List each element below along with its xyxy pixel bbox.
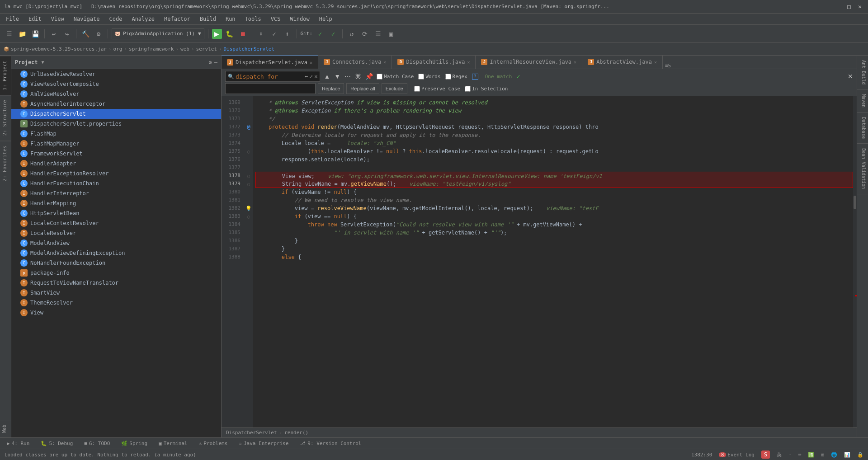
- breadcrumb-springframework[interactable]: springframework: [129, 46, 174, 52]
- toolbar-git-push[interactable]: ⬆: [282, 28, 293, 39]
- bottom-tab-problems[interactable]: ⚠ Problems: [194, 440, 232, 447]
- menu-file[interactable]: File: [2, 15, 23, 23]
- sidebar-item-handlerexceptionresolver[interactable]: I HandlerExceptionResolver: [11, 169, 221, 178]
- search-options-button[interactable]: ⋯: [343, 73, 352, 80]
- sidebar-item-modelandviewdefiningexception[interactable]: C ModelAndViewDefiningException: [11, 248, 221, 258]
- bottom-tab-spring[interactable]: 🌿 Spring: [117, 440, 152, 447]
- menu-tools[interactable]: Tools: [241, 15, 265, 23]
- sidebar-item-dispatcherservlet[interactable]: C DispatcherServlet: [11, 109, 221, 119]
- sidebar-item-urlbasedviewresolver[interactable]: C UrlBasedViewResolver: [11, 69, 221, 79]
- breadcrumb-web[interactable]: web: [180, 46, 189, 52]
- sidebar-item-viewresolvercomposite[interactable]: C ViewResolverComposite: [11, 79, 221, 89]
- right-tab-beanvalidation[interactable]: Bean Validation: [857, 144, 868, 194]
- sidebar-icon-settings[interactable]: ⚙: [209, 59, 212, 66]
- sidebar-item-modelandview[interactable]: C ModelAndView: [11, 238, 221, 248]
- sidebar-dropdown-icon[interactable]: ▼: [42, 60, 44, 65]
- left-tab-web[interactable]: Web: [0, 420, 11, 437]
- breadcrumb-org[interactable]: org: [113, 46, 123, 52]
- run-button[interactable]: ▶: [212, 29, 222, 39]
- sidebar-item-handlerinterceptor[interactable]: I HandlerInterceptor: [11, 188, 221, 198]
- sidebar-item-flashmapmanager[interactable]: I FlashMapManager: [11, 139, 221, 149]
- code-editor[interactable]: 1369 1370 1371 1372 1373 1374 1375 1376 …: [222, 96, 857, 427]
- sidebar-item-requesttoviewnametranslator[interactable]: I RequestToViewNameTranslator: [11, 278, 221, 288]
- replace-button[interactable]: Replace: [318, 83, 344, 94]
- search-filter-button[interactable]: ⌘: [354, 73, 363, 80]
- sidebar-item-handlermapping[interactable]: I HandlerMapping: [11, 198, 221, 208]
- menu-view[interactable]: View: [47, 15, 68, 23]
- replace-all-button[interactable]: Replace all: [346, 83, 379, 94]
- match-case-checkbox[interactable]: Match Case: [377, 74, 414, 80]
- toolbar-icon-2[interactable]: 📁: [17, 28, 28, 39]
- search-close-button[interactable]: ✕: [848, 73, 853, 80]
- left-tab-structure[interactable]: 2: Structure: [0, 95, 11, 140]
- toolbar-git-update[interactable]: ⬇: [256, 28, 267, 39]
- stop-button[interactable]: ⏹: [237, 28, 248, 39]
- toolbar-icon-settings[interactable]: ☰: [373, 28, 383, 39]
- toolbar-icon-4[interactable]: ↩: [48, 28, 59, 39]
- sidebar-item-smartview[interactable]: I SmartView: [11, 288, 221, 298]
- toolbar-icon-3[interactable]: 💾: [30, 28, 41, 39]
- toolbar-icon-more2[interactable]: ⟳: [359, 28, 370, 39]
- match-case-input[interactable]: [377, 74, 382, 80]
- toolbar-git-icon[interactable]: ✓: [315, 28, 326, 39]
- sidebar-item-localecontextresolver[interactable]: I LocaleContextResolver: [11, 218, 221, 228]
- toolbar-icon-7[interactable]: ⚙: [93, 28, 104, 39]
- right-tab-ant[interactable]: Ant Build: [857, 56, 868, 89]
- sidebar-item-flashmap[interactable]: C FlashMap: [11, 129, 221, 139]
- tab-abstractview[interactable]: J AbstractView.java ✕: [582, 56, 663, 69]
- maximize-button[interactable]: □: [845, 3, 853, 10]
- sidebar-item-dispatcherservlet-props[interactable]: P DispatcherServlet.properties: [11, 119, 221, 129]
- toolbar-icon-more[interactable]: ↺: [346, 28, 357, 39]
- sidebar-item-handleradapter[interactable]: I HandlerAdapter: [11, 159, 221, 169]
- regex-checkbox[interactable]: Regex: [445, 74, 467, 80]
- sidebar-item-asynchandlerinterceptor[interactable]: I AsyncHandlerInterceptor: [11, 99, 221, 109]
- menu-edit[interactable]: Edit: [25, 15, 45, 23]
- menu-code[interactable]: Code: [106, 15, 126, 23]
- preserve-case-checkbox[interactable]: Preserve Case: [414, 86, 460, 92]
- toolbar-git-commit[interactable]: ✓: [269, 28, 280, 39]
- menu-window[interactable]: Window: [286, 15, 313, 23]
- toolbar-icon-layout[interactable]: ▣: [386, 28, 396, 39]
- status-badge-event-log[interactable]: 8 Event Log: [719, 452, 755, 458]
- menu-build[interactable]: Build: [196, 15, 220, 23]
- status-cn-badge[interactable]: S: [761, 451, 770, 459]
- left-tab-project[interactable]: 1: Project: [0, 56, 11, 95]
- words-input[interactable]: [418, 74, 424, 80]
- tab-close-dispatchutils[interactable]: ✕: [467, 60, 470, 65]
- sidebar-item-view[interactable]: I View: [11, 308, 221, 318]
- menu-help[interactable]: Help: [316, 15, 336, 23]
- bottom-tab-run[interactable]: ▶ 4: Run: [2, 440, 34, 447]
- toolbar-icon-5[interactable]: ↪: [61, 28, 72, 39]
- toolbar-icon-1[interactable]: ☰: [4, 28, 14, 39]
- code-content[interactable]: * @throws ServletException if view is mi…: [253, 96, 853, 427]
- sidebar-item-package-info[interactable]: p package-info: [11, 268, 221, 278]
- sidebar-item-xmlviewresolver[interactable]: C XmlViewResolver: [11, 89, 221, 99]
- in-selection-checkbox[interactable]: In Selection: [465, 86, 508, 92]
- menu-vcs[interactable]: VCS: [267, 15, 284, 23]
- minimize-button[interactable]: —: [835, 3, 842, 10]
- sidebar-icon-minimize[interactable]: —: [214, 59, 217, 66]
- menu-navigate[interactable]: Navigate: [70, 15, 104, 23]
- tab-close-dispatcherservlet[interactable]: ✕: [310, 60, 312, 65]
- gutter-breakpoint[interactable]: ◯: [244, 212, 253, 221]
- exclude-button[interactable]: Exclude: [382, 83, 407, 94]
- search-clear-icon[interactable]: ←: [305, 73, 308, 80]
- bottom-tab-debug[interactable]: 🐛 5: Debug: [36, 440, 77, 447]
- breadcrumb-jar[interactable]: spring-webmvc-5.3.29-sources.jar: [11, 46, 107, 52]
- sidebar-item-handlerexecutionchain[interactable]: C HandlerExecutionChain: [11, 178, 221, 188]
- tab-connectors[interactable]: J Connectors.java ✕: [318, 56, 392, 69]
- gutter-breakpoint[interactable]: ◯: [244, 147, 253, 155]
- search-find-input[interactable]: [236, 73, 303, 80]
- sidebar-item-httpservletbean[interactable]: C HttpServletBean: [11, 208, 221, 218]
- app-selector[interactable]: 🐷 PigxAdminApplication (1) ▼: [112, 28, 204, 39]
- right-tab-maven[interactable]: Maven: [857, 89, 868, 113]
- close-button[interactable]: ✕: [856, 3, 863, 10]
- tab-more[interactable]: ≡5: [663, 63, 673, 69]
- menu-run[interactable]: Run: [222, 15, 239, 23]
- search-expand-icon[interactable]: ⤢: [309, 74, 313, 79]
- sidebar-item-localeresolver[interactable]: I LocaleResolver: [11, 228, 221, 238]
- bottom-tab-java-enterprise[interactable]: ☕ Java Enterprise: [234, 440, 293, 447]
- scrollbar-thumb[interactable]: [854, 196, 856, 209]
- replace-input[interactable]: [228, 85, 313, 92]
- bottom-tab-todo[interactable]: ≡ 6: TODO: [80, 440, 114, 447]
